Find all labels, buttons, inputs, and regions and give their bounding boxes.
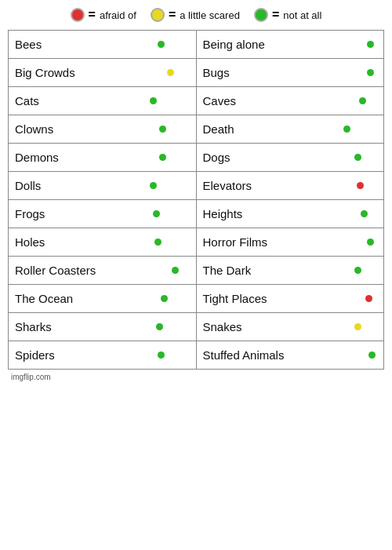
cell-text-left-10: Sharks: [15, 320, 52, 333]
table-row: HolesHorror Films: [9, 228, 384, 257]
dot-right-6: [361, 210, 368, 217]
dot-left-0: [158, 41, 165, 48]
dot-right-8: [354, 267, 361, 274]
cell-text-left-7: Holes: [15, 235, 45, 249]
cell-text-right-4: Dogs: [203, 151, 230, 164]
fears-table: BeesBeing aloneBig CrowdsBugsCatsCavesCl…: [8, 30, 384, 370]
cell-left-3: Clowns: [9, 115, 197, 144]
cell-left-11: Spiders: [9, 341, 197, 370]
legend-red: = afraid of: [71, 8, 136, 22]
cell-right-6: Heights: [196, 200, 384, 228]
dot-left-9: [161, 295, 168, 302]
cell-left-2: Cats: [9, 87, 197, 115]
cell-text-right-11: Stuffed Animals: [203, 348, 285, 362]
dot-right-5: [357, 182, 364, 189]
cell-text-right-9: Tight Places: [203, 292, 267, 305]
dot-right-0: [367, 41, 374, 48]
cell-text-right-0: Being alone: [203, 38, 265, 51]
cell-right-8: The Dark: [196, 257, 384, 285]
dot-left-10: [156, 323, 163, 330]
table-row: SpidersStuffed Animals: [9, 341, 384, 370]
dot-left-2: [150, 97, 157, 104]
cell-text-right-5: Elevators: [203, 179, 252, 192]
dot-right-1: [367, 69, 374, 76]
dot-left-1: [167, 69, 174, 76]
green-dot-icon: [254, 8, 268, 22]
red-label: afraid of: [100, 9, 136, 21]
cell-left-4: Demons: [9, 144, 197, 172]
cell-text-left-0: Bees: [15, 38, 42, 51]
table-row: SharksSnakes: [9, 313, 384, 341]
cell-left-5: Dolls: [9, 172, 197, 200]
dot-right-10: [354, 323, 361, 330]
legend: = afraid of = a little scared = not at a…: [71, 8, 322, 22]
cell-text-left-3: Clowns: [15, 122, 53, 136]
cell-right-10: Snakes: [196, 313, 384, 341]
dot-right-11: [368, 351, 376, 359]
red-dot-icon: [71, 8, 85, 22]
dot-right-4: [354, 154, 361, 161]
cell-text-left-9: The Ocean: [15, 292, 73, 305]
cell-text-right-6: Heights: [203, 207, 243, 220]
dot-left-7: [154, 239, 162, 246]
table-row: DemonsDogs: [9, 144, 384, 172]
dot-right-2: [359, 97, 366, 104]
cell-right-11: Stuffed Animals: [196, 341, 384, 370]
dot-left-11: [158, 351, 165, 359]
dot-left-3: [159, 126, 166, 133]
table-row: CatsCaves: [9, 87, 384, 115]
cell-text-right-1: Bugs: [203, 66, 230, 79]
cell-right-0: Being alone: [196, 31, 384, 59]
cell-left-9: The Ocean: [9, 285, 197, 313]
dot-left-6: [153, 210, 160, 217]
cell-text-left-6: Frogs: [15, 207, 45, 220]
cell-left-10: Sharks: [9, 313, 197, 341]
legend-green: = not at all: [254, 8, 322, 22]
cell-right-9: Tight Places: [196, 285, 384, 313]
cell-text-left-5: Dolls: [15, 179, 41, 192]
cell-text-left-2: Cats: [15, 94, 39, 107]
cell-text-left-8: Roller Coasters: [15, 264, 96, 277]
green-label: not at all: [283, 9, 321, 21]
cell-left-1: Big Crowds: [9, 59, 197, 87]
yellow-label: a little scared: [180, 9, 240, 21]
table-row: FrogsHeights: [9, 200, 384, 228]
cell-right-7: Horror Films: [196, 228, 384, 257]
dot-right-3: [343, 126, 350, 133]
dot-left-4: [159, 154, 166, 161]
table-row: DollsElevators: [9, 172, 384, 200]
cell-right-3: Death: [196, 115, 384, 144]
cell-left-6: Frogs: [9, 200, 197, 228]
dot-right-9: [365, 295, 372, 302]
dot-left-8: [172, 267, 179, 274]
dot-right-7: [367, 239, 374, 246]
legend-yellow: = a little scared: [151, 8, 240, 22]
cell-right-5: Elevators: [196, 172, 384, 200]
cell-right-4: Dogs: [196, 144, 384, 172]
cell-left-7: Holes: [9, 228, 197, 257]
cell-text-left-4: Demons: [15, 151, 59, 164]
cell-text-right-2: Caves: [203, 94, 237, 107]
cell-left-8: Roller Coasters: [9, 257, 197, 285]
cell-right-2: Caves: [196, 87, 384, 115]
cell-text-right-10: Snakes: [203, 320, 242, 333]
cell-right-1: Bugs: [196, 59, 384, 87]
table-row: BeesBeing alone: [9, 31, 384, 59]
table-row: ClownsDeath: [9, 115, 384, 144]
table-row: Big CrowdsBugs: [9, 59, 384, 87]
table-row: The OceanTight Places: [9, 285, 384, 313]
table-row: Roller CoastersThe Dark: [9, 257, 384, 285]
yellow-dot-icon: [151, 8, 165, 22]
cell-text-left-11: Spiders: [15, 348, 55, 362]
cell-text-left-1: Big Crowds: [15, 66, 75, 79]
cell-left-0: Bees: [9, 31, 197, 59]
imgflip-watermark: imgflip.com: [8, 373, 51, 381]
cell-text-right-7: Horror Films: [203, 235, 268, 249]
dot-left-5: [150, 182, 157, 189]
cell-text-right-3: Death: [203, 122, 234, 136]
cell-text-right-8: The Dark: [203, 264, 252, 277]
